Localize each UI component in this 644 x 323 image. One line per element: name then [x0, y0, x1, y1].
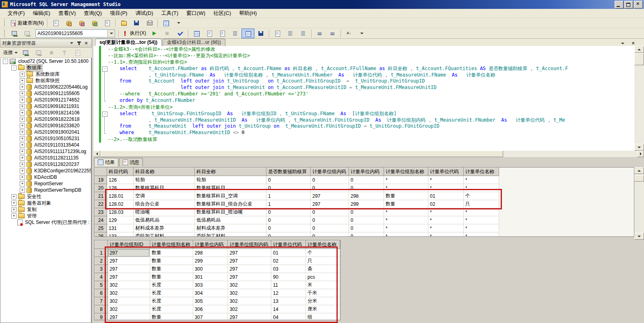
grid2-cell-r9-c5[interactable]: 组 [306, 313, 340, 321]
grid2-cell-r3-c1[interactable]: 数量 [150, 265, 193, 273]
grid1-cell-r24-c4[interactable]: 0 [311, 216, 349, 224]
grid1-cell-r22-c1[interactable]: 组合办公桌 [134, 200, 195, 208]
tree-item--[interactable]: +管理 [0, 213, 91, 219]
grid2-cell-r6-c2[interactable]: 304 [193, 289, 228, 297]
grid1-cell-r21-c5[interactable]: 298 [349, 192, 384, 200]
grid1-cell-r22-c2[interactable]: 数量核算科目_组合办公桌 [195, 200, 266, 208]
editor-vscrollbar[interactable] [634, 46, 644, 151]
expand-icon[interactable]: + [20, 149, 25, 154]
tab-results[interactable]: 结果 [94, 158, 118, 166]
grid2-cell-r4-c2[interactable]: 301 [193, 273, 228, 281]
grid1-cell-r23-c8[interactable]: * [464, 208, 499, 216]
tree-item-ais20190912174652[interactable]: +AIS20190912174652 [0, 97, 91, 103]
grid1-cell-r21-c2[interactable]: 数量核算科目_空调 [195, 192, 266, 200]
grid1-cell-r25-c1[interactable]: 材料成本差异 [134, 224, 195, 232]
toolbar-grip[interactable] [4, 19, 6, 27]
grid2-cell-r9-c2[interactable]: 307 [193, 313, 228, 321]
grid2-row-header-1[interactable]: 1 [95, 249, 108, 257]
grid1-cell-r21-c0[interactable]: 128.01 [107, 192, 134, 200]
grid2-cell-r5-c4[interactable]: 11 [271, 281, 306, 289]
tree-item-k3dbconfiger201962225566[interactable]: +K3DBConfiger201962225566 [0, 168, 91, 174]
grid1-cell-r26-c3[interactable]: 0 [266, 232, 311, 237]
stop-object-button[interactable] [45, 48, 58, 58]
fold-collapse-icon-2[interactable]: - [102, 112, 107, 117]
grid2-cell-r5-c0[interactable]: 302 [108, 281, 150, 289]
grid2-column-header-2[interactable]: 计量单位内码 [193, 241, 228, 249]
expand-icon[interactable]: + [20, 104, 25, 109]
grid2-cell-r2-c2[interactable]: 299 [193, 257, 228, 265]
grid1-cell-r23-c1[interactable]: 喷油嘴 [134, 208, 195, 216]
grid2-cell-r5-c3[interactable]: 302 [228, 281, 271, 289]
grid1-cell-r26-c4[interactable]: 0 [311, 232, 349, 237]
grid1-row-header-22[interactable]: 22 [95, 200, 107, 208]
grid1-row-header-20[interactable]: 20 [95, 184, 107, 192]
grid1-column-header-2[interactable]: 科目全称 [195, 168, 266, 176]
grid1-column-header-8[interactable]: 计量单位名称 [464, 168, 499, 176]
grid1-cell-r25-c3[interactable]: 0 [266, 224, 311, 232]
tree-item-ais20190918222618[interactable]: +AIS20190918222618 [0, 116, 91, 122]
grid2-cell-r5-c5[interactable]: 米 [306, 281, 340, 289]
grid1-cell-r21-c1[interactable]: 空调 [134, 192, 195, 200]
grid1-column-header-0[interactable]: 科目代码 [107, 168, 134, 176]
grid1-cell-r19-c1[interactable]: 轮胎 [134, 176, 195, 184]
grid1-cell-r25-c7[interactable]: * [428, 224, 464, 232]
expand-icon[interactable]: + [20, 117, 25, 122]
template-params-button[interactable]: A↓ [343, 29, 355, 38]
grid1-scroll-down[interactable] [634, 233, 644, 240]
editor-hscroll-thumb[interactable] [101, 151, 503, 157]
grid2-cell-r6-c5[interactable]: 千米 [306, 289, 340, 297]
grid2-cell-r6-c1[interactable]: 长度 [150, 289, 193, 297]
connect-button[interactable] [8, 29, 21, 38]
grid1-cell-r24-c7[interactable]: * [428, 216, 464, 224]
toolbar-overflow-button[interactable] [172, 18, 185, 28]
grid1-column-header-3[interactable]: 是否数量辅助核算 [266, 168, 311, 176]
grid2-cell-r1-c2[interactable]: 298 [193, 249, 228, 257]
grid1-cell-r25-c5[interactable]: 0 [349, 224, 384, 232]
generic-query-button[interactable] [101, 18, 114, 28]
grid1-cell-r20-c6[interactable]: * [384, 184, 428, 192]
execute-button[interactable]: 执行(X) [120, 29, 148, 38]
grid1-cell-r19-c2[interactable]: 轮胎 [195, 176, 266, 184]
expand-icon[interactable]: + [20, 143, 25, 148]
grid1-row-header-24[interactable]: 24 [95, 216, 107, 224]
tree-item-reportserver[interactable]: +ReportServer [0, 180, 91, 187]
grid2-cell-r2-c4[interactable]: 02 [271, 257, 306, 265]
grid1-cell-r26-c5[interactable]: 0 [349, 232, 384, 237]
tab-sql-update-unit[interactable]: sql更新计量单位...tor (54)) [95, 39, 162, 46]
grid1-cell-r25-c6[interactable]: * [384, 224, 428, 232]
grid1-cell-r24-c5[interactable]: 0 [349, 216, 384, 224]
grid1-cell-r20-c1[interactable]: 数量核算科目 [134, 184, 195, 192]
scroll-left-button[interactable] [93, 151, 100, 157]
grid1-cell-r19-c7[interactable]: * [428, 176, 464, 184]
tree-item--[interactable]: +系统数据库 [0, 71, 91, 77]
grid2-select-all-cell[interactable] [95, 241, 108, 249]
tab-kingdee-accounts[interactable]: 金蝶k3会计科目...or (66)) [163, 39, 225, 46]
grid2-cell-r9-c4[interactable]: 04 [271, 313, 306, 321]
panel-pin-button[interactable] [75, 40, 83, 47]
analysis-mdx-query-button[interactable] [62, 18, 75, 28]
grid1-cell-r23-c6[interactable]: * [384, 208, 428, 216]
grid1-cell-r22-c5[interactable]: 299 [349, 200, 384, 208]
grid1-cell-r21-c8[interactable]: 个 [464, 192, 499, 200]
expand-icon[interactable]: + [20, 123, 25, 128]
grid1-cell-r26-c0[interactable]: 133 [107, 232, 134, 237]
grid1-vscroll-thumb[interactable] [634, 175, 644, 182]
sqlcmd-mode-button[interactable] [271, 29, 284, 38]
grid1-cell-r21-c7[interactable]: 01 [428, 192, 464, 200]
grid1-cell-r23-c4[interactable]: 0 [311, 208, 349, 216]
grid2-cell-r3-c3[interactable]: 297 [228, 265, 271, 273]
grid1-cell-r24-c0[interactable]: 129 [107, 216, 134, 224]
grid2-column-header-1[interactable]: 计量单位组别名称 [150, 241, 193, 249]
parse-query-button[interactable] [173, 29, 186, 38]
menu-item-8[interactable]: 社区(C) [210, 8, 235, 18]
grid1-cell-r20-c0[interactable]: 128 [107, 184, 134, 192]
grid1-cell-r20-c3[interactable]: 0 [266, 184, 311, 192]
grid1-column-header-7[interactable]: 计量单位代码 [428, 168, 464, 176]
tree-item--[interactable]: +复制 [0, 206, 91, 213]
grid1-cell-r26-c7[interactable]: * [428, 232, 464, 237]
editor-vscroll-thumb[interactable] [634, 53, 644, 65]
grid2-cell-r3-c0[interactable]: 297 [108, 265, 150, 273]
grid1-cell-r22-c7[interactable]: 02 [428, 200, 464, 208]
menu-item-2[interactable]: 查看(V) [55, 8, 79, 18]
save-button[interactable] [130, 18, 143, 28]
